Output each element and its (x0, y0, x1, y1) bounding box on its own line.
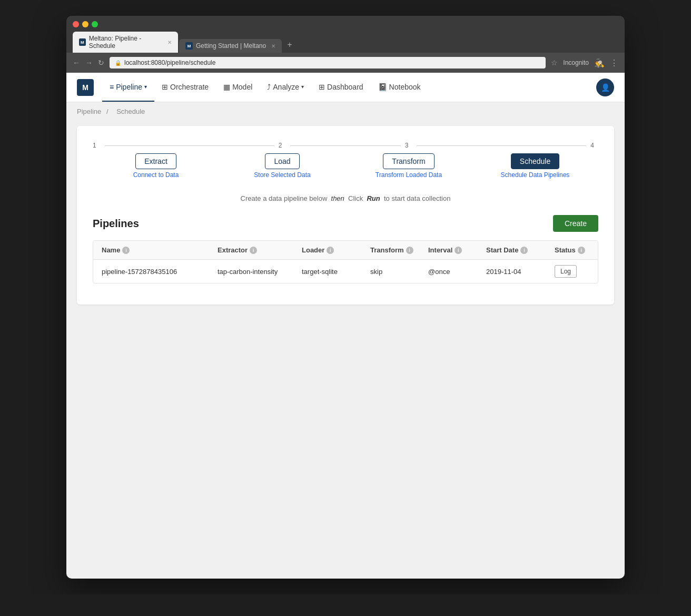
col-name-info-icon[interactable]: i (122, 247, 130, 254)
address-bar[interactable]: 🔒 localhost:8080/pipeline/schedule (110, 57, 546, 69)
transform-btn[interactable]: Transform (383, 153, 434, 169)
tab-title: Meltano: Pipeline - Schedule (89, 35, 162, 50)
step-2-line-left (219, 145, 274, 146)
step-4-header: 4 (472, 142, 598, 149)
app-content: M ≡ Pipeline ▾ ⊞ Orchestrate ▦ Model ⤴ A (66, 73, 625, 579)
step-3-line-left (346, 145, 401, 146)
table-row: pipeline-1572878435106 tap-carbon-intens… (93, 260, 598, 283)
col-loader-label: Loader (302, 246, 324, 254)
nav-item-notebook[interactable]: 📓 Notebook (371, 73, 428, 102)
address-text: localhost:8080/pipeline/schedule (124, 59, 215, 66)
row-extractor: tap-carbon-intensity (218, 268, 302, 276)
col-startdate-info-icon[interactable]: i (520, 247, 528, 254)
nav-pipeline-label: Pipeline (116, 83, 142, 91)
pipeline-table: Name i Extractor i Loader i Transform (93, 240, 598, 283)
browser-tab-2[interactable]: M Getting Started | Meltano ✕ (179, 39, 282, 53)
row-status: Log (555, 265, 598, 278)
row-transform: skip (370, 268, 428, 276)
nav-item-analyze[interactable]: ⤴ Analyze ▾ (260, 73, 311, 102)
nav-orchestrate-icon: ⊞ (162, 83, 168, 91)
browser-tab-active[interactable]: M Meltano: Pipeline - Schedule ✕ (73, 32, 178, 53)
section-header: Pipelines Create (93, 215, 598, 232)
col-extractor-label: Extractor (218, 246, 248, 254)
browser-window: M Meltano: Pipeline - Schedule ✕ M Getti… (66, 16, 625, 579)
col-loader-info-icon[interactable]: i (327, 247, 334, 254)
col-status-info-icon[interactable]: i (578, 247, 585, 254)
row-name: pipeline-1572878435106 (102, 268, 218, 276)
user-avatar[interactable]: 👤 (596, 79, 614, 96)
col-interval: Interval i (428, 246, 486, 254)
tab-favicon: M (79, 38, 86, 46)
log-btn[interactable]: Log (555, 265, 577, 278)
bookmark-icon[interactable]: ☆ (551, 58, 558, 67)
step-1-number: 1 (93, 142, 96, 149)
step-2-number: 2 (279, 142, 282, 149)
load-btn[interactable]: Load (265, 153, 299, 169)
col-loader: Loader i (302, 246, 370, 254)
create-pipeline-btn[interactable]: Create (553, 215, 598, 232)
nav-item-orchestrate[interactable]: ⊞ Orchestrate (154, 73, 216, 102)
nav-analyze-label: Analyze (273, 83, 299, 91)
extract-sublabel[interactable]: Connect to Data (133, 171, 179, 179)
nav-item-dashboard[interactable]: ⊞ Dashboard (311, 73, 371, 102)
step-extract: 1 Extract Connect to Data (93, 142, 219, 179)
nav-pipeline-chevron: ▾ (144, 84, 147, 90)
step-1-header: 1 (93, 142, 219, 149)
incognito-icon: 🕵 (594, 58, 605, 68)
col-name: Name i (102, 246, 218, 254)
step-2-line-right (290, 145, 346, 146)
col-status: Status i (555, 246, 598, 254)
step-3-header: 3 (346, 142, 472, 149)
col-startdate-label: Start Date (486, 246, 518, 254)
nav-items: ≡ Pipeline ▾ ⊞ Orchestrate ▦ Model ⤴ Ana… (102, 73, 596, 102)
lock-icon: 🔒 (115, 60, 121, 66)
instruction-action: Run (367, 194, 380, 202)
app-logo: M (77, 79, 94, 96)
main-container: 1 Extract Connect to Data 2 Load (66, 121, 625, 315)
tab-close-btn[interactable]: ✕ (167, 40, 172, 45)
col-extractor-info-icon[interactable]: i (250, 247, 257, 254)
schedule-btn[interactable]: Schedule (511, 153, 559, 169)
nav-item-model[interactable]: ▦ Model (216, 73, 260, 102)
col-interval-info-icon[interactable]: i (455, 247, 462, 254)
nav-item-pipeline[interactable]: ≡ Pipeline ▾ (102, 73, 154, 102)
instruction-then: then (331, 194, 344, 202)
maximize-window-btn[interactable] (92, 21, 98, 27)
table-header: Name i Extractor i Loader i Transform (93, 241, 598, 260)
breadcrumb-current: Schedule (116, 107, 145, 115)
schedule-sublabel[interactable]: Schedule Data Pipelines (501, 171, 570, 179)
nav-analyze-icon: ⤴ (267, 83, 271, 91)
load-sublabel[interactable]: Store Selected Data (254, 171, 310, 179)
back-btn[interactable]: ← (73, 58, 80, 67)
step-3-number: 3 (405, 142, 409, 149)
row-startdate: 2019-11-04 (486, 268, 555, 276)
reload-btn[interactable]: ↻ (98, 58, 104, 67)
close-window-btn[interactable] (73, 21, 79, 27)
nav-notebook-icon: 📓 (378, 83, 387, 91)
menu-icon[interactable]: ⋮ (610, 58, 618, 68)
nav-analyze-chevron: ▾ (301, 84, 304, 90)
col-transform-info-icon[interactable]: i (406, 247, 413, 254)
tab-title-2: Getting Started | Meltano (196, 42, 266, 50)
nav-dashboard-icon: ⊞ (319, 83, 325, 91)
row-interval: @once (428, 268, 486, 276)
col-transform: Transform i (370, 246, 428, 254)
main-card: 1 Extract Connect to Data 2 Load (77, 126, 614, 305)
tab-close-btn-2[interactable]: ✕ (271, 43, 275, 49)
forward-btn[interactable]: → (85, 58, 93, 67)
browser-addressbar: ← → ↻ 🔒 localhost:8080/pipeline/schedule… (66, 53, 625, 73)
col-startdate: Start Date i (486, 246, 555, 254)
extract-btn[interactable]: Extract (135, 153, 176, 169)
breadcrumb: Pipeline / Schedule (66, 102, 625, 121)
new-tab-btn[interactable]: + (283, 38, 296, 52)
step-2-header: 2 (219, 142, 346, 149)
step-3-line-right (417, 145, 472, 146)
pipelines-title: Pipelines (93, 218, 139, 230)
nav-model-label: Model (232, 83, 252, 91)
minimize-window-btn[interactable] (82, 21, 88, 27)
nav-dashboard-label: Dashboard (327, 83, 363, 91)
top-nav: M ≡ Pipeline ▾ ⊞ Orchestrate ▦ Model ⤴ A (66, 73, 625, 102)
transform-sublabel[interactable]: Transform Loaded Data (376, 171, 442, 179)
breadcrumb-parent[interactable]: Pipeline (77, 107, 101, 115)
avatar-icon: 👤 (601, 83, 610, 92)
